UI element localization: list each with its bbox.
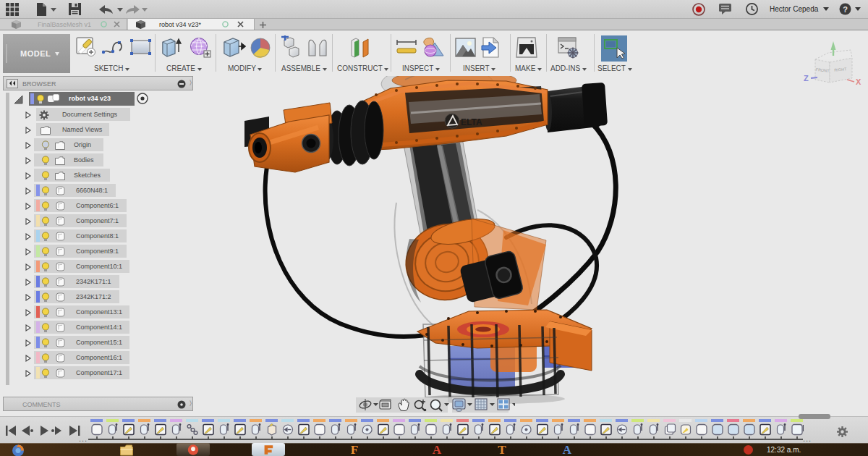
svg-text:Z: Z — [804, 74, 809, 83]
svg-text:?: ? — [843, 5, 848, 14]
svg-text:X: X — [856, 77, 861, 86]
svg-text:ELTA: ELTA — [461, 117, 482, 127]
